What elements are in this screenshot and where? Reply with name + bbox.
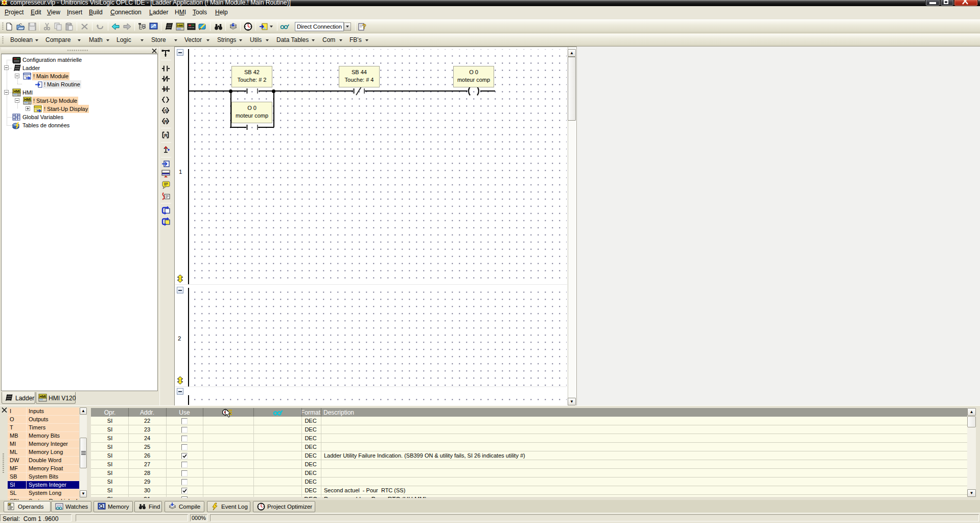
svg-text:HMI: HMI (177, 24, 183, 27)
svg-text:HMI: HMI (24, 98, 31, 101)
svg-text:S: S (164, 108, 167, 113)
svg-text:P: P (164, 87, 167, 92)
svg-text:HMI: HMI (13, 89, 20, 93)
svg-text:R: R (164, 133, 168, 138)
svg-text:R: R (164, 119, 168, 124)
svg-text:?: ? (362, 22, 366, 30)
svg-text:HMI: HMI (39, 395, 46, 398)
